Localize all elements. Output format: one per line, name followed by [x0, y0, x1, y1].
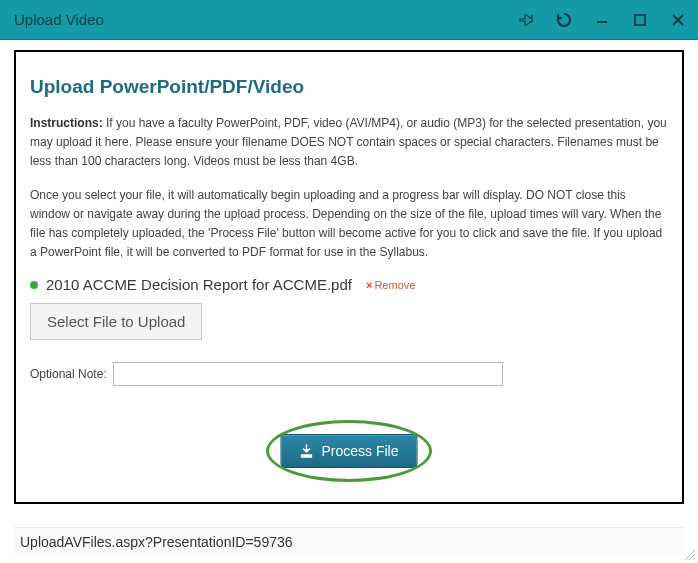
optional-note-row: Optional Note: [30, 362, 668, 386]
resize-grip-icon[interactable] [682, 547, 696, 561]
upload-panel: Upload PowerPoint/PDF/Video Instructions… [14, 50, 684, 504]
process-button-wrap: Process File [280, 434, 417, 468]
svg-line-6 [693, 558, 695, 560]
optional-note-input[interactable] [113, 362, 503, 386]
svg-rect-1 [635, 15, 645, 25]
download-icon [299, 444, 313, 458]
refresh-icon[interactable] [554, 10, 574, 30]
instructions-para-2: Once you select your file, it will autom… [30, 186, 668, 263]
maximize-icon[interactable] [630, 10, 650, 30]
content-area: Upload PowerPoint/PDF/Video Instructions… [0, 40, 698, 504]
titlebar: Upload Video [0, 0, 698, 40]
optional-note-label: Optional Note: [30, 367, 107, 381]
instructions-para-1: Instructions: If you have a faculty Powe… [30, 114, 668, 172]
instructions-label: Instructions: [30, 116, 103, 130]
window-title: Upload Video [14, 11, 516, 28]
status-text: UploadAVFiles.aspx?PresentationID=59736 [20, 534, 293, 550]
instructions-text-1: If you have a faculty PowerPoint, PDF, v… [30, 116, 667, 168]
uploaded-filename: 2010 ACCME Decision Report for ACCME.pdf [46, 276, 352, 293]
process-button-label: Process File [321, 443, 398, 459]
titlebar-controls [516, 10, 688, 30]
panel-heading: Upload PowerPoint/PDF/Video [30, 76, 668, 98]
close-icon[interactable] [668, 10, 688, 30]
remove-label: Remove [374, 279, 415, 291]
pin-icon[interactable] [516, 10, 536, 30]
process-file-button[interactable]: Process File [280, 434, 417, 468]
minimize-icon[interactable] [592, 10, 612, 30]
status-dot-icon [30, 281, 38, 289]
remove-x-icon: × [366, 279, 372, 291]
uploaded-file-row: 2010 ACCME Decision Report for ACCME.pdf… [30, 276, 668, 293]
select-file-button[interactable]: Select File to Upload [30, 303, 202, 340]
status-bar: UploadAVFiles.aspx?PresentationID=59736 [14, 527, 684, 555]
remove-file-link[interactable]: × Remove [366, 279, 415, 291]
